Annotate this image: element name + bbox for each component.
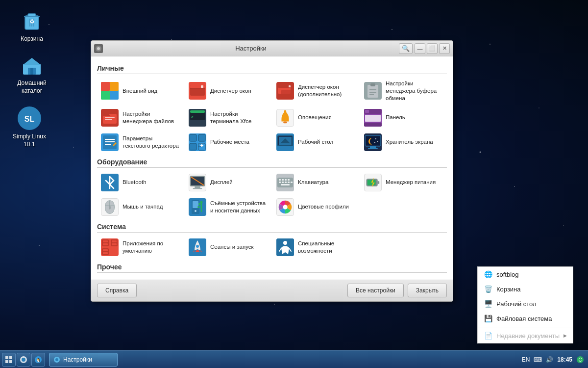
keyboard-label: Клавиатура (298, 179, 328, 186)
taskbar-calendar-icon[interactable]: C (576, 356, 584, 364)
svg-rect-91 (377, 181, 379, 184)
svg-rect-19 (110, 91, 119, 100)
appearance-label: Внешний вид (122, 87, 157, 95)
svg-rect-80 (279, 179, 281, 181)
recycle-bin-label: Корзина (21, 35, 43, 43)
power-icon (364, 174, 382, 191)
notify-item[interactable]: Оповещения (272, 106, 359, 130)
svg-rect-16 (101, 82, 110, 91)
svg-rect-111 (112, 240, 117, 242)
desktop-item[interactable]: Рабочий стол (272, 131, 359, 154)
svg-rect-103 (198, 203, 200, 205)
removable-label: Съёмные устройства и носители данных (210, 200, 268, 214)
session-label: Сеансы и запуск (210, 243, 254, 251)
terminal-item[interactable]: >_ Настройки терминала Xfce (185, 106, 271, 130)
minimize-button[interactable]: — (415, 43, 425, 54)
help-button[interactable]: Справка (97, 284, 137, 297)
svg-rect-54 (190, 143, 196, 150)
desktop-icon-home[interactable]: Домашний каталог (12, 54, 51, 95)
svg-rect-82 (285, 179, 287, 181)
taskbar-btn-2[interactable] (17, 353, 30, 367)
filemanager-icon (101, 109, 119, 127)
taskbar-right: EN ⌨ 🔊 18:45 C (518, 356, 588, 364)
clipboard-item[interactable]: Настройки менеджера буфера обмена (360, 77, 447, 105)
accessibility-icon (276, 238, 294, 256)
window-content: Личные Внешний вид (91, 56, 453, 280)
svg-point-68 (375, 138, 376, 139)
close-window-button[interactable]: Закрыть (408, 284, 447, 297)
mouse-label: Мышь и тачпад (122, 203, 163, 210)
apps-item[interactable]: Приложения по умолчанию (97, 236, 184, 259)
wm-icon (189, 82, 206, 100)
taskbar-time: 18:45 (557, 356, 572, 363)
text-editor-item[interactable]: Параметры текстового редактора (97, 131, 184, 154)
filemanager-item[interactable]: Настройки менеджера файлов (97, 106, 184, 130)
svg-rect-41 (283, 121, 287, 123)
svg-rect-53 (198, 134, 205, 141)
svg-point-104 (197, 206, 199, 208)
mouse-item[interactable]: Мышь и тачпад (97, 195, 184, 219)
accessibility-item[interactable]: Специальные возможности (272, 236, 359, 259)
close-button[interactable]: ✕ (439, 43, 450, 54)
svg-text:♻: ♻ (29, 18, 35, 25)
taskbar-btn-1[interactable] (2, 353, 16, 367)
taskbar-volume-icon[interactable]: 🔊 (546, 356, 553, 363)
ctx-softblog[interactable]: 🌐 softblog (478, 267, 573, 282)
power-item[interactable]: Менеджер питания (360, 171, 447, 194)
notify-label: Оповещения (298, 114, 332, 121)
svg-rect-64 (280, 148, 290, 149)
color-item[interactable]: Цветовые профили (272, 195, 359, 219)
maximize-button[interactable]: ⬜ (427, 43, 438, 54)
wm-label: Диспетчер окон (210, 87, 251, 95)
taskbar: 🐧 Настройки EN ⌨ 🔊 18:45 C (0, 350, 588, 368)
desktop-icon-recycle[interactable]: ♻ Корзина (12, 10, 51, 43)
appearance-icon (101, 82, 119, 100)
svg-point-121 (283, 241, 287, 245)
workspaces-item[interactable]: Рабочие места (185, 131, 271, 154)
svg-rect-112 (112, 243, 117, 245)
window-footer: Справка Все настройки Закрыть (91, 280, 453, 301)
clipboard-icon (364, 82, 382, 100)
keyboard-item[interactable]: Клавиатура (272, 171, 359, 194)
svg-rect-76 (195, 186, 200, 188)
removable-item[interactable]: Съёмные устройства и носители данных (185, 195, 271, 219)
display-item[interactable]: Дисплей (185, 171, 271, 194)
svg-rect-114 (103, 249, 108, 251)
section-hardware-header: Оборудование (97, 158, 447, 168)
ctx-trash[interactable]: 🗑️ Корзина (478, 282, 573, 296)
svg-rect-35 (105, 117, 115, 118)
appearance-item[interactable]: Внешний вид (97, 77, 184, 105)
svg-text:🐧: 🐧 (36, 357, 42, 363)
taskbar-lang[interactable]: EN (522, 356, 530, 363)
svg-rect-72 (368, 148, 378, 149)
personal-items-grid: Внешний вид Диспетчер окон (97, 77, 447, 154)
desktop-label: Рабочий стол (298, 138, 333, 146)
desktop-icon-setting (276, 133, 294, 151)
color-label: Цветовые профили (298, 203, 349, 210)
ctx-filesystem-icon: 💾 (484, 314, 492, 323)
svg-rect-10 (30, 68, 33, 75)
bluetooth-item[interactable]: Bluetooth (97, 171, 184, 194)
all-settings-button[interactable]: Все настройки (347, 284, 404, 297)
desktop-icon-sl[interactable]: SL Simply Linux 10.1 (10, 105, 49, 148)
mouse-icon (101, 198, 119, 216)
svg-point-70 (377, 141, 378, 142)
ctx-filesystem[interactable]: 💾 Файловая система (478, 311, 573, 326)
svg-rect-63 (282, 146, 288, 148)
ctx-recent[interactable]: 📄 Недавние документы (478, 328, 573, 343)
screensaver-item[interactable]: Хранитель экрана (360, 131, 447, 154)
ctx-desktop[interactable]: 🖥️ Рабочий стол (478, 296, 573, 311)
wm-extra-icon (276, 82, 294, 100)
search-button[interactable]: 🔍 (399, 43, 413, 54)
taskbar-active-app[interactable]: Настройки (49, 353, 118, 367)
filemanager-label: Настройки менеджера файлов (122, 110, 180, 125)
wm-extra-item[interactable]: Диспетчер окон (дополнительно) (272, 77, 359, 105)
section-personal-header: Личные (97, 64, 447, 74)
session-item[interactable]: Сеансы и запуск (185, 236, 271, 259)
panel-item[interactable]: Панель (360, 106, 447, 130)
keyboard-icon (276, 174, 294, 191)
svg-point-133 (55, 358, 58, 361)
wm-item[interactable]: Диспетчер окон (185, 77, 271, 105)
taskbar-btn-3[interactable]: 🐧 (31, 353, 45, 367)
svg-point-118 (196, 250, 199, 252)
